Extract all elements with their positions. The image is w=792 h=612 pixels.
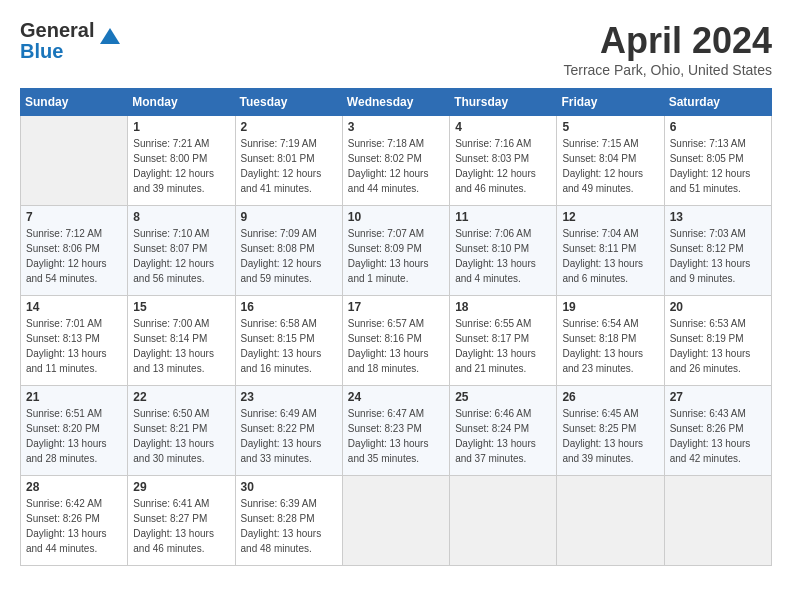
day-info: Sunrise: 6:55 AMSunset: 8:17 PMDaylight:… bbox=[455, 316, 551, 376]
calendar-day: 14 Sunrise: 7:01 AMSunset: 8:13 PMDaylig… bbox=[21, 296, 128, 386]
day-number: 21 bbox=[26, 390, 122, 404]
day-number: 20 bbox=[670, 300, 766, 314]
calendar-week-1: 1 Sunrise: 7:21 AMSunset: 8:00 PMDayligh… bbox=[21, 116, 772, 206]
calendar-day: 22 Sunrise: 6:50 AMSunset: 8:21 PMDaylig… bbox=[128, 386, 235, 476]
column-header-thursday: Thursday bbox=[450, 89, 557, 116]
day-number: 7 bbox=[26, 210, 122, 224]
day-info: Sunrise: 7:12 AMSunset: 8:06 PMDaylight:… bbox=[26, 226, 122, 286]
calendar-day: 21 Sunrise: 6:51 AMSunset: 8:20 PMDaylig… bbox=[21, 386, 128, 476]
calendar-day: 2 Sunrise: 7:19 AMSunset: 8:01 PMDayligh… bbox=[235, 116, 342, 206]
day-info: Sunrise: 6:49 AMSunset: 8:22 PMDaylight:… bbox=[241, 406, 337, 466]
calendar-day: 24 Sunrise: 6:47 AMSunset: 8:23 PMDaylig… bbox=[342, 386, 449, 476]
day-number: 30 bbox=[241, 480, 337, 494]
header: General Blue April 2024 Terrace Park, Oh… bbox=[20, 20, 772, 78]
day-number: 8 bbox=[133, 210, 229, 224]
calendar-day: 28 Sunrise: 6:42 AMSunset: 8:26 PMDaylig… bbox=[21, 476, 128, 566]
calendar-day bbox=[557, 476, 664, 566]
column-header-tuesday: Tuesday bbox=[235, 89, 342, 116]
calendar-header-row: SundayMondayTuesdayWednesdayThursdayFrid… bbox=[21, 89, 772, 116]
logo: General Blue bbox=[20, 20, 120, 62]
calendar-day: 16 Sunrise: 6:58 AMSunset: 8:15 PMDaylig… bbox=[235, 296, 342, 386]
day-info: Sunrise: 6:58 AMSunset: 8:15 PMDaylight:… bbox=[241, 316, 337, 376]
day-info: Sunrise: 7:13 AMSunset: 8:05 PMDaylight:… bbox=[670, 136, 766, 196]
calendar-day: 11 Sunrise: 7:06 AMSunset: 8:10 PMDaylig… bbox=[450, 206, 557, 296]
calendar-week-2: 7 Sunrise: 7:12 AMSunset: 8:06 PMDayligh… bbox=[21, 206, 772, 296]
column-header-sunday: Sunday bbox=[21, 89, 128, 116]
day-number: 15 bbox=[133, 300, 229, 314]
day-number: 4 bbox=[455, 120, 551, 134]
calendar-day: 26 Sunrise: 6:45 AMSunset: 8:25 PMDaylig… bbox=[557, 386, 664, 476]
day-info: Sunrise: 7:09 AMSunset: 8:08 PMDaylight:… bbox=[241, 226, 337, 286]
day-info: Sunrise: 6:43 AMSunset: 8:26 PMDaylight:… bbox=[670, 406, 766, 466]
day-number: 2 bbox=[241, 120, 337, 134]
day-number: 11 bbox=[455, 210, 551, 224]
svg-marker-0 bbox=[100, 28, 120, 44]
day-number: 19 bbox=[562, 300, 658, 314]
calendar-day: 18 Sunrise: 6:55 AMSunset: 8:17 PMDaylig… bbox=[450, 296, 557, 386]
calendar-day: 6 Sunrise: 7:13 AMSunset: 8:05 PMDayligh… bbox=[664, 116, 771, 206]
calendar-day: 27 Sunrise: 6:43 AMSunset: 8:26 PMDaylig… bbox=[664, 386, 771, 476]
calendar-day bbox=[342, 476, 449, 566]
day-number: 25 bbox=[455, 390, 551, 404]
day-info: Sunrise: 6:47 AMSunset: 8:23 PMDaylight:… bbox=[348, 406, 444, 466]
calendar-week-5: 28 Sunrise: 6:42 AMSunset: 8:26 PMDaylig… bbox=[21, 476, 772, 566]
day-info: Sunrise: 7:06 AMSunset: 8:10 PMDaylight:… bbox=[455, 226, 551, 286]
day-number: 9 bbox=[241, 210, 337, 224]
day-number: 24 bbox=[348, 390, 444, 404]
day-info: Sunrise: 7:07 AMSunset: 8:09 PMDaylight:… bbox=[348, 226, 444, 286]
day-info: Sunrise: 7:00 AMSunset: 8:14 PMDaylight:… bbox=[133, 316, 229, 376]
day-info: Sunrise: 6:57 AMSunset: 8:16 PMDaylight:… bbox=[348, 316, 444, 376]
calendar-day: 25 Sunrise: 6:46 AMSunset: 8:24 PMDaylig… bbox=[450, 386, 557, 476]
day-info: Sunrise: 7:03 AMSunset: 8:12 PMDaylight:… bbox=[670, 226, 766, 286]
calendar-day: 13 Sunrise: 7:03 AMSunset: 8:12 PMDaylig… bbox=[664, 206, 771, 296]
day-number: 12 bbox=[562, 210, 658, 224]
day-info: Sunrise: 7:10 AMSunset: 8:07 PMDaylight:… bbox=[133, 226, 229, 286]
calendar-day: 4 Sunrise: 7:16 AMSunset: 8:03 PMDayligh… bbox=[450, 116, 557, 206]
calendar-subtitle: Terrace Park, Ohio, United States bbox=[563, 62, 772, 78]
calendar-day bbox=[664, 476, 771, 566]
day-number: 1 bbox=[133, 120, 229, 134]
day-number: 28 bbox=[26, 480, 122, 494]
calendar-day: 1 Sunrise: 7:21 AMSunset: 8:00 PMDayligh… bbox=[128, 116, 235, 206]
calendar-week-4: 21 Sunrise: 6:51 AMSunset: 8:20 PMDaylig… bbox=[21, 386, 772, 476]
day-number: 18 bbox=[455, 300, 551, 314]
day-number: 16 bbox=[241, 300, 337, 314]
calendar-day: 30 Sunrise: 6:39 AMSunset: 8:28 PMDaylig… bbox=[235, 476, 342, 566]
calendar-day: 15 Sunrise: 7:00 AMSunset: 8:14 PMDaylig… bbox=[128, 296, 235, 386]
title-block: April 2024 Terrace Park, Ohio, United St… bbox=[563, 20, 772, 78]
day-info: Sunrise: 6:54 AMSunset: 8:18 PMDaylight:… bbox=[562, 316, 658, 376]
day-number: 13 bbox=[670, 210, 766, 224]
day-info: Sunrise: 7:16 AMSunset: 8:03 PMDaylight:… bbox=[455, 136, 551, 196]
calendar-day: 12 Sunrise: 7:04 AMSunset: 8:11 PMDaylig… bbox=[557, 206, 664, 296]
day-info: Sunrise: 7:18 AMSunset: 8:02 PMDaylight:… bbox=[348, 136, 444, 196]
calendar-day: 5 Sunrise: 7:15 AMSunset: 8:04 PMDayligh… bbox=[557, 116, 664, 206]
day-info: Sunrise: 7:19 AMSunset: 8:01 PMDaylight:… bbox=[241, 136, 337, 196]
day-info: Sunrise: 6:41 AMSunset: 8:27 PMDaylight:… bbox=[133, 496, 229, 556]
day-number: 27 bbox=[670, 390, 766, 404]
day-number: 6 bbox=[670, 120, 766, 134]
calendar-day: 8 Sunrise: 7:10 AMSunset: 8:07 PMDayligh… bbox=[128, 206, 235, 296]
calendar-day: 7 Sunrise: 7:12 AMSunset: 8:06 PMDayligh… bbox=[21, 206, 128, 296]
logo-general: General bbox=[20, 20, 94, 41]
calendar-day: 20 Sunrise: 6:53 AMSunset: 8:19 PMDaylig… bbox=[664, 296, 771, 386]
day-info: Sunrise: 6:42 AMSunset: 8:26 PMDaylight:… bbox=[26, 496, 122, 556]
calendar-day: 10 Sunrise: 7:07 AMSunset: 8:09 PMDaylig… bbox=[342, 206, 449, 296]
column-header-monday: Monday bbox=[128, 89, 235, 116]
day-info: Sunrise: 6:53 AMSunset: 8:19 PMDaylight:… bbox=[670, 316, 766, 376]
day-number: 5 bbox=[562, 120, 658, 134]
column-header-saturday: Saturday bbox=[664, 89, 771, 116]
day-info: Sunrise: 6:45 AMSunset: 8:25 PMDaylight:… bbox=[562, 406, 658, 466]
day-info: Sunrise: 7:01 AMSunset: 8:13 PMDaylight:… bbox=[26, 316, 122, 376]
day-number: 26 bbox=[562, 390, 658, 404]
calendar-day: 29 Sunrise: 6:41 AMSunset: 8:27 PMDaylig… bbox=[128, 476, 235, 566]
calendar-week-3: 14 Sunrise: 7:01 AMSunset: 8:13 PMDaylig… bbox=[21, 296, 772, 386]
calendar-day bbox=[21, 116, 128, 206]
calendar-title: April 2024 bbox=[563, 20, 772, 62]
calendar-day: 19 Sunrise: 6:54 AMSunset: 8:18 PMDaylig… bbox=[557, 296, 664, 386]
day-info: Sunrise: 7:15 AMSunset: 8:04 PMDaylight:… bbox=[562, 136, 658, 196]
day-info: Sunrise: 7:04 AMSunset: 8:11 PMDaylight:… bbox=[562, 226, 658, 286]
calendar-day: 9 Sunrise: 7:09 AMSunset: 8:08 PMDayligh… bbox=[235, 206, 342, 296]
calendar-day: 3 Sunrise: 7:18 AMSunset: 8:02 PMDayligh… bbox=[342, 116, 449, 206]
column-header-wednesday: Wednesday bbox=[342, 89, 449, 116]
logo-blue: Blue bbox=[20, 41, 94, 62]
